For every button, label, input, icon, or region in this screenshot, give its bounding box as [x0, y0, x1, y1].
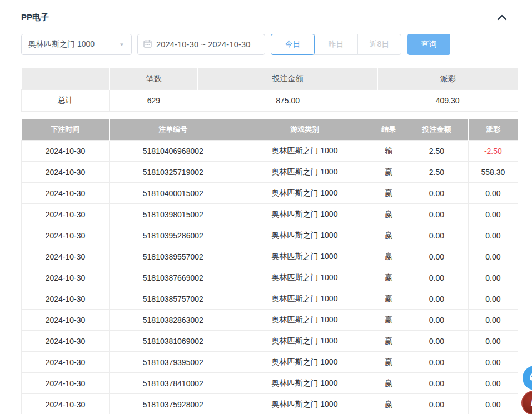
cell-result: 赢 [372, 267, 405, 288]
filter-bar: 奥林匹斯之门 1000 ▼ 2024-10-30 ~ 2024-10-30 今日… [21, 34, 518, 55]
cell-bet-time: 2024-10-30 [22, 310, 110, 331]
cell-bet-time: 2024-10-30 [22, 162, 110, 183]
cell-game-name: 奥林匹斯之门 1000 [237, 331, 372, 352]
cell-bet-id: 51810325719002 [110, 162, 237, 183]
cell-game-name: 奥林匹斯之门 1000 [237, 183, 372, 204]
cell-game-name: 奥林匹斯之门 1000 [237, 288, 372, 310]
summary-header-cell [22, 68, 110, 89]
cell-payout: 0.00 [468, 225, 518, 246]
summary-payout: 409.30 [377, 89, 518, 111]
page-title: PP电子 [21, 12, 49, 23]
summary-count: 629 [110, 89, 198, 111]
cell-game-name: 奥林匹斯之门 1000 [237, 162, 372, 183]
cell-payout: -2.50 [468, 141, 518, 162]
brand-badge[interactable]: b [521, 391, 532, 414]
summary-bet-amount: 875.00 [198, 89, 377, 111]
table-row: 2024-10-3051810387669002奥林匹斯之门 1000赢0.00… [22, 267, 518, 288]
cell-game-name: 奥林匹斯之门 1000 [237, 204, 372, 225]
summary-table: 笔数投注金额派彩 总计629875.00409.30 [21, 68, 518, 112]
calendar-icon [143, 39, 152, 50]
search-button[interactable]: 查询 [407, 34, 450, 55]
cell-bet-time: 2024-10-30 [22, 394, 110, 414]
cell-bet-time: 2024-10-30 [22, 246, 110, 267]
chevron-down-icon: ▼ [119, 42, 125, 47]
cell-bet-amount: 0.00 [405, 373, 468, 394]
table-row: 2024-10-3051810325719002奥林匹斯之门 1000赢2.50… [22, 162, 518, 183]
cell-bet-amount: 0.00 [405, 183, 468, 204]
table-row: 2024-10-3051810382863002奥林匹斯之门 1000赢0.00… [22, 310, 518, 331]
cell-bet-id: 51810385757002 [110, 288, 237, 310]
cell-game-name: 奥林匹斯之门 1000 [237, 310, 372, 331]
game-select-value: 奥林匹斯之门 1000 [28, 39, 95, 49]
table-row: 2024-10-3051810398015002奥林匹斯之门 1000赢0.00… [22, 204, 518, 225]
cell-bet-time: 2024-10-30 [22, 225, 110, 246]
table-row: 2024-10-3051810381069002奥林匹斯之门 1000赢0.00… [22, 331, 518, 352]
cell-bet-amount: 0.00 [405, 225, 468, 246]
cell-bet-id: 51810400015002 [110, 183, 237, 204]
cell-bet-amount: 0.00 [405, 352, 468, 373]
cell-bet-id: 51810381069002 [110, 331, 237, 352]
cell-bet-amount: 0.00 [405, 204, 468, 225]
cell-result: 赢 [372, 331, 405, 352]
cell-payout: 0.00 [468, 352, 518, 373]
cell-bet-time: 2024-10-30 [22, 352, 110, 373]
summary-header-row: 笔数投注金额派彩 [22, 68, 518, 89]
cell-payout: 558.30 [468, 162, 518, 183]
cell-result: 赢 [372, 204, 405, 225]
cell-bet-amount: 0.00 [405, 246, 468, 267]
cell-bet-amount: 0.00 [405, 394, 468, 414]
table-row: 2024-10-3051810375928002奥林匹斯之门 1000赢0.00… [22, 394, 518, 414]
cell-bet-time: 2024-10-30 [22, 141, 110, 162]
pp-panel: PP电子 奥林匹斯之门 1000 ▼ 2024-10-30 ~ 2024-10-… [0, 0, 532, 414]
cell-result: 赢 [372, 310, 405, 331]
cell-bet-time: 2024-10-30 [22, 373, 110, 394]
cell-game-name: 奥林匹斯之门 1000 [237, 267, 372, 288]
cell-payout: 0.00 [468, 267, 518, 288]
cell-game-name: 奥林匹斯之门 1000 [237, 246, 372, 267]
cell-payout: 0.00 [468, 246, 518, 267]
quick-range-yesterday[interactable]: 昨日 [314, 34, 358, 55]
bets-header-cell: 下注时间 [22, 119, 110, 141]
cell-game-name: 奥林匹斯之门 1000 [237, 225, 372, 246]
cell-bet-time: 2024-10-30 [22, 288, 110, 310]
cell-bet-amount: 0.00 [405, 331, 468, 352]
cell-payout: 0.00 [468, 183, 518, 204]
cell-bet-id: 51810387669002 [110, 267, 237, 288]
panel-header: PP电子 [21, 11, 518, 23]
summary-total-label: 总计 [22, 89, 110, 111]
cell-payout: 0.00 [468, 373, 518, 394]
cell-bet-id: 51810378410002 [110, 373, 237, 394]
cell-game-name: 奥林匹斯之门 1000 [237, 141, 372, 162]
date-range-value: 2024-10-30 ~ 2024-10-30 [156, 40, 250, 49]
cell-game-name: 奥林匹斯之门 1000 [237, 373, 372, 394]
cell-bet-id: 51810395286002 [110, 225, 237, 246]
summary-header-cell: 笔数 [110, 68, 198, 89]
cell-bet-time: 2024-10-30 [22, 331, 110, 352]
game-select[interactable]: 奥林匹斯之门 1000 ▼ [21, 34, 132, 55]
quick-range-today[interactable]: 今日 [271, 34, 315, 55]
bets-header-cell: 注单编号 [110, 119, 237, 141]
cell-bet-amount: 2.50 [405, 162, 468, 183]
cell-bet-time: 2024-10-30 [22, 267, 110, 288]
cell-game-name: 奥林匹斯之门 1000 [237, 352, 372, 373]
summary-header-cell: 派彩 [377, 68, 518, 89]
cell-bet-id: 51810406968002 [110, 141, 237, 162]
summary-header-cell: 投注金额 [198, 68, 377, 89]
cell-result: 赢 [372, 225, 405, 246]
cell-bet-id: 51810379395002 [110, 352, 237, 373]
cell-result: 赢 [372, 162, 405, 183]
date-range-picker[interactable]: 2024-10-30 ~ 2024-10-30 [137, 34, 265, 55]
cell-bet-id: 51810389557002 [110, 246, 237, 267]
quick-range-last8days[interactable]: 近8日 [357, 34, 401, 55]
cell-result: 赢 [372, 352, 405, 373]
customer-service-button[interactable] [523, 366, 532, 390]
cell-payout: 0.00 [468, 204, 518, 225]
cell-payout: 0.00 [468, 394, 518, 414]
bets-header-cell: 投注金额 [405, 119, 468, 141]
table-row: 2024-10-3051810400015002奥林匹斯之门 1000赢0.00… [22, 183, 518, 204]
chevron-up-icon[interactable] [496, 11, 508, 23]
cell-result: 赢 [372, 246, 405, 267]
table-row: 2024-10-3051810378410002奥林匹斯之门 1000赢0.00… [22, 373, 518, 394]
bets-header-cell: 派彩 [468, 119, 518, 141]
table-row: 2024-10-3051810385757002奥林匹斯之门 1000赢0.00… [22, 288, 518, 310]
